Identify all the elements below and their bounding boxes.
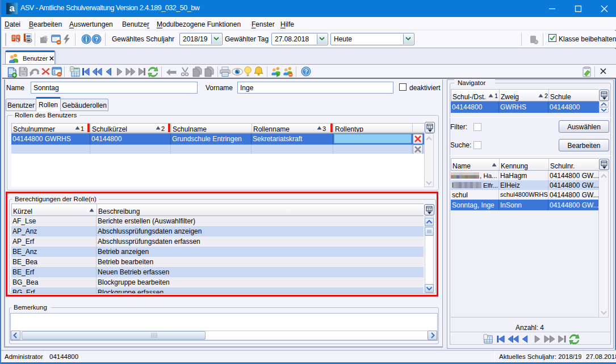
svg-text:?: ? — [95, 36, 98, 43]
svg-text:?: ? — [304, 69, 308, 75]
